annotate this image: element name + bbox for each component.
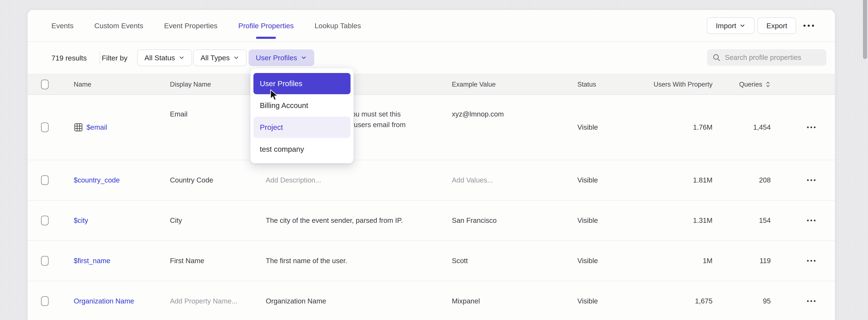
description-cell[interactable]: The city of the event sender, parsed fro… bbox=[266, 201, 452, 241]
filter-by-label: Filter by bbox=[102, 42, 127, 74]
status-filter-label: All Status bbox=[145, 54, 175, 62]
header-queries-label: Queries bbox=[739, 81, 762, 88]
more-actions-button[interactable] bbox=[796, 25, 821, 27]
table-row: $city City The city of the event sender,… bbox=[28, 201, 835, 241]
status-cell[interactable]: Visible bbox=[578, 241, 647, 281]
chevron-down-icon bbox=[301, 55, 307, 61]
header-example-value[interactable]: Example Value bbox=[452, 74, 578, 95]
users-with-property-cell: 1M bbox=[647, 241, 713, 281]
tabs: Events Custom Events Event Properties Pr… bbox=[52, 10, 361, 41]
queries-cell: 119 bbox=[713, 241, 771, 281]
ellipsis-icon bbox=[807, 127, 809, 128]
status-cell[interactable]: Visible bbox=[578, 95, 647, 160]
tab-lookup-tables[interactable]: Lookup Tables bbox=[315, 22, 361, 30]
dropdown-item-billing-account[interactable]: Billing Account bbox=[253, 95, 350, 116]
row-checkbox[interactable] bbox=[41, 122, 49, 132]
active-tab-underline bbox=[256, 37, 276, 39]
search-icon bbox=[712, 53, 721, 62]
row-more-button[interactable] bbox=[771, 241, 835, 281]
header-status[interactable]: Status bbox=[578, 74, 647, 95]
row-more-button[interactable] bbox=[771, 281, 835, 320]
dropdown-item-project[interactable]: Project bbox=[253, 117, 350, 138]
ellipsis-icon bbox=[807, 220, 809, 221]
display-name-cell[interactable]: Country Code bbox=[170, 160, 266, 200]
mouse-cursor bbox=[269, 89, 279, 101]
row-more-button[interactable] bbox=[771, 201, 835, 241]
row-checkbox[interactable] bbox=[41, 296, 49, 306]
users-with-property-cell: 1.31M bbox=[647, 201, 713, 241]
chevron-down-icon bbox=[739, 23, 746, 29]
divider bbox=[100, 51, 100, 65]
queries-cell: 95 bbox=[713, 281, 771, 320]
row-more-button[interactable] bbox=[771, 95, 835, 160]
filter-bar: 719 results Filter by All Status All Typ… bbox=[28, 42, 835, 74]
display-name-cell[interactable]: First Name bbox=[170, 241, 266, 281]
header-users-with-property[interactable]: Users With Property bbox=[647, 74, 713, 95]
table-row: $first_name First Name The first name of… bbox=[28, 241, 835, 281]
example-value-cell[interactable]: Add Values... bbox=[452, 160, 578, 200]
search-input[interactable] bbox=[725, 54, 821, 62]
tab-events[interactable]: Events bbox=[52, 22, 73, 30]
tab-event-properties[interactable]: Event Properties bbox=[164, 22, 217, 30]
import-button-label: Import bbox=[716, 22, 736, 30]
table-body: $email Email The user's email address. Y… bbox=[28, 95, 835, 320]
display-name-cell[interactable]: City bbox=[170, 201, 266, 241]
entity-filter-label: User Profiles bbox=[256, 54, 297, 62]
entity-filter-dropdown[interactable]: User Profiles bbox=[249, 49, 314, 66]
import-button[interactable]: Import bbox=[707, 17, 754, 34]
property-name-link[interactable]: $city bbox=[74, 216, 88, 224]
table-row: Organization Name Add Property Name... O… bbox=[28, 281, 835, 320]
table-header: Name Display Name Description Example Va… bbox=[28, 74, 835, 95]
ellipsis-icon bbox=[807, 179, 809, 181]
property-name-link[interactable]: $country_code bbox=[74, 176, 120, 184]
entity-dropdown-menu: User Profiles Billing Account Project te… bbox=[250, 68, 354, 164]
tab-custom-events[interactable]: Custom Events bbox=[94, 22, 144, 30]
queries-cell: 208 bbox=[713, 160, 771, 200]
property-name-link[interactable]: $first_name bbox=[74, 257, 110, 265]
example-value-cell[interactable]: Scott bbox=[452, 241, 578, 281]
queries-cell: 1,454 bbox=[713, 95, 771, 160]
status-cell[interactable]: Visible bbox=[578, 201, 647, 241]
example-value-cell[interactable]: San Francisco bbox=[452, 201, 578, 241]
search-box bbox=[707, 49, 826, 66]
scrollbar-thumb[interactable] bbox=[863, 0, 867, 59]
ellipsis-icon bbox=[803, 25, 806, 27]
example-value-cell[interactable]: xyz@lmnop.com bbox=[452, 95, 578, 160]
ellipsis-icon bbox=[807, 260, 809, 262]
queries-cell: 154 bbox=[713, 201, 771, 241]
row-more-button[interactable] bbox=[771, 160, 835, 200]
type-filter-dropdown[interactable]: All Types bbox=[193, 49, 247, 66]
users-with-property-cell: 1.81M bbox=[647, 160, 713, 200]
type-filter-label: All Types bbox=[200, 54, 230, 62]
chevron-down-icon bbox=[179, 55, 185, 61]
status-cell[interactable]: Visible bbox=[578, 160, 647, 200]
row-checkbox[interactable] bbox=[41, 256, 49, 266]
display-name-cell[interactable]: Add Property Name... bbox=[170, 281, 266, 320]
sort-icon[interactable] bbox=[765, 81, 771, 88]
export-button[interactable]: Export bbox=[757, 17, 796, 34]
description-cell[interactable]: Add Description... bbox=[266, 160, 452, 200]
status-filter-dropdown[interactable]: All Status bbox=[137, 49, 192, 66]
tab-profile-properties[interactable]: Profile Properties bbox=[238, 22, 294, 30]
profile-properties-panel: Events Custom Events Event Properties Pr… bbox=[28, 10, 835, 320]
chevron-down-icon bbox=[233, 55, 240, 61]
description-cell[interactable]: The first name of the user. bbox=[266, 241, 452, 281]
status-cell[interactable]: Visible bbox=[578, 281, 647, 320]
ellipsis-icon bbox=[807, 300, 809, 302]
tab-profile-properties-label: Profile Properties bbox=[238, 22, 294, 30]
users-with-property-cell: 1,675 bbox=[647, 281, 713, 320]
example-value-cell[interactable]: Mixpanel bbox=[452, 281, 578, 320]
dropdown-item-test-company[interactable]: test company bbox=[253, 139, 350, 160]
row-checkbox[interactable] bbox=[41, 216, 49, 225]
select-all-checkbox[interactable] bbox=[41, 79, 49, 89]
dropdown-item-user-profiles[interactable]: User Profiles bbox=[253, 73, 350, 94]
property-name-link[interactable]: Organization Name bbox=[74, 297, 134, 305]
property-name-link[interactable]: $email bbox=[87, 123, 107, 131]
description-cell[interactable]: Organization Name bbox=[266, 281, 452, 320]
table-row: $country_code Country Code Add Descripti… bbox=[28, 160, 835, 201]
top-actions: Import Export bbox=[707, 10, 821, 41]
header-name[interactable]: Name bbox=[74, 74, 170, 95]
tabs-bar: Events Custom Events Event Properties Pr… bbox=[28, 10, 835, 42]
row-checkbox[interactable] bbox=[41, 175, 49, 185]
header-queries[interactable]: Queries bbox=[713, 74, 771, 95]
